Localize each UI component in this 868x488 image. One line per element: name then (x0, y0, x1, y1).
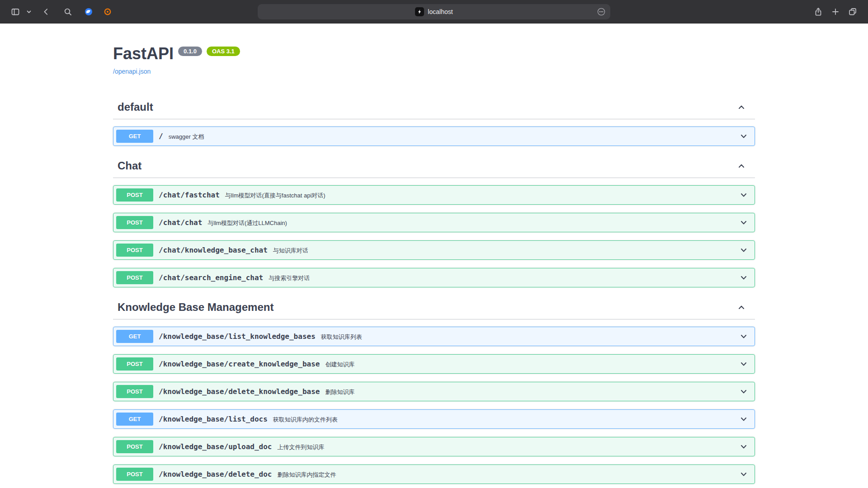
sidebar-chevron-down-icon[interactable] (25, 6, 33, 17)
collapse-chevron-up-icon[interactable] (737, 103, 746, 112)
operation-row[interactable]: GET/knowledge_base/list_knowledge_bases获… (113, 327, 755, 346)
operation-summary: swagger 文档 (169, 132, 739, 141)
operation-row[interactable]: POST/chat/fastchat与llm模型对话(直接与fastchat a… (113, 185, 755, 205)
expand-chevron-down-icon[interactable] (739, 470, 748, 479)
section-operations: GET/knowledge_base/list_knowledge_bases获… (113, 319, 755, 488)
address-url-text: localhost (428, 8, 453, 15)
operation-summary: 创建知识库 (325, 360, 739, 369)
operation-summary: 删除知识库 (325, 387, 739, 396)
version-badge: 0.1.0 (178, 47, 202, 56)
api-section: ChatPOST/chat/fastchat与llm模型对话(直接与fastch… (113, 154, 755, 287)
operation-path: /chat/knowledge_base_chat (153, 246, 273, 254)
expand-chevron-down-icon[interactable] (739, 273, 748, 282)
method-badge: GET (116, 330, 153, 343)
operation-summary: 与llm模型对话(直接与fastchat api对话) (225, 191, 739, 200)
api-sections: defaultGET/swagger 文档ChatPOST/chat/fastc… (113, 95, 755, 488)
toolbar-right-group (811, 5, 860, 19)
section-header[interactable]: Chat (113, 154, 755, 178)
method-badge: POST (116, 188, 153, 202)
expand-chevron-down-icon[interactable] (739, 360, 748, 369)
operation-path: /knowledge_base/delete_doc (153, 470, 277, 479)
section-header[interactable]: default (113, 95, 755, 119)
method-badge: POST (116, 244, 153, 257)
api-section: defaultGET/swagger 文档 (113, 95, 755, 146)
section-title: default (118, 101, 737, 113)
operation-path: /chat/fastchat (153, 191, 225, 199)
expand-chevron-down-icon[interactable] (739, 191, 748, 200)
method-badge: POST (116, 440, 153, 453)
section-title: Knowledge Base Management (118, 301, 737, 314)
method-badge: POST (116, 385, 153, 398)
search-icon[interactable] (61, 5, 75, 19)
expand-chevron-down-icon[interactable] (739, 442, 748, 451)
operation-summary: 上传文件到知识库 (277, 442, 739, 451)
toolbar-left-group (8, 5, 115, 19)
section-operations: GET/swagger 文档 (113, 119, 755, 146)
share-icon[interactable] (811, 5, 826, 19)
operation-summary: 与搜索引擎对话 (269, 273, 739, 282)
expand-chevron-down-icon[interactable] (739, 246, 748, 255)
address-bar-content: localhost (415, 7, 453, 16)
operation-summary: 与llm模型对话(通过LLMChain) (208, 218, 739, 227)
operation-summary: 获取知识库列表 (321, 332, 739, 341)
page-title: FastAPI 0.1.0 OAS 3.1 (113, 44, 755, 63)
tab-overview-icon[interactable] (845, 5, 860, 19)
operation-path: /knowledge_base/upload_doc (153, 442, 277, 451)
method-badge: GET (116, 413, 153, 426)
new-tab-icon[interactable] (828, 5, 843, 19)
operation-summary: 获取知识库内的文件列表 (273, 415, 739, 424)
api-info: FastAPI 0.1.0 OAS 3.1 /openapi.json (113, 23, 755, 75)
blue-app-icon[interactable] (81, 5, 96, 19)
operation-path: / (153, 132, 169, 141)
record-icon[interactable] (100, 5, 115, 19)
expand-chevron-down-icon[interactable] (739, 415, 748, 424)
openapi-json-link[interactable]: /openapi.json (113, 68, 151, 75)
section-operations: POST/chat/fastchat与llm模型对话(直接与fastchat a… (113, 178, 755, 287)
method-badge: POST (116, 216, 153, 229)
operation-row[interactable]: POST/chat/search_engine_chat与搜索引擎对话 (113, 268, 755, 287)
site-favicon-icon (415, 7, 424, 16)
operation-row[interactable]: POST/knowledge_base/delete_knowledge_bas… (113, 382, 755, 401)
expand-chevron-down-icon[interactable] (739, 332, 748, 341)
operation-path: /chat/chat (153, 218, 208, 227)
section-title: Chat (118, 160, 737, 172)
operation-row[interactable]: GET/knowledge_base/list_docs获取知识库内的文件列表 (113, 409, 755, 429)
expand-chevron-down-icon[interactable] (739, 132, 748, 141)
swagger-page: FastAPI 0.1.0 OAS 3.1 /openapi.json defa… (0, 23, 868, 488)
operation-path: /knowledge_base/create_knowledge_base (153, 360, 325, 368)
operation-row[interactable]: POST/knowledge_base/upload_doc上传文件到知识库 (113, 437, 755, 456)
operation-row[interactable]: GET/swagger 文档 (113, 127, 755, 146)
operation-summary: 删除知识库内指定文件 (277, 470, 739, 479)
operation-row[interactable]: POST/chat/chat与llm模型对话(通过LLMChain) (113, 213, 755, 232)
api-section: Knowledge Base ManagementGET/knowledge_b… (113, 296, 755, 488)
operation-path: /knowledge_base/list_docs (153, 415, 273, 423)
operation-row[interactable]: POST/chat/knowledge_base_chat与知识库对话 (113, 240, 755, 260)
expand-chevron-down-icon[interactable] (739, 387, 748, 396)
oas-badge: OAS 3.1 (207, 47, 240, 56)
page-menu-ellipsis-icon[interactable] (597, 7, 606, 16)
method-badge: GET (116, 130, 153, 143)
address-bar[interactable]: localhost (258, 4, 610, 19)
section-header[interactable]: Knowledge Base Management (113, 296, 755, 319)
operation-row[interactable]: POST/knowledge_base/create_knowledge_bas… (113, 354, 755, 374)
browser-toolbar: localhost (0, 0, 868, 23)
collapse-chevron-up-icon[interactable] (737, 303, 746, 312)
method-badge: POST (116, 271, 153, 284)
expand-chevron-down-icon[interactable] (739, 218, 748, 227)
operation-path: /chat/search_engine_chat (153, 273, 269, 282)
method-badge: POST (116, 468, 153, 481)
api-title-text: FastAPI (113, 44, 174, 63)
operation-row[interactable]: POST/knowledge_base/delete_doc删除知识库内指定文件 (113, 465, 755, 484)
sidebar-toggle-button[interactable] (8, 5, 23, 19)
collapse-chevron-up-icon[interactable] (737, 161, 746, 170)
operation-path: /knowledge_base/list_knowledge_bases (153, 332, 321, 341)
operation-summary: 与知识库对话 (273, 246, 739, 255)
back-button[interactable] (39, 5, 53, 19)
method-badge: POST (116, 357, 153, 371)
operation-path: /knowledge_base/delete_knowledge_base (153, 387, 325, 396)
